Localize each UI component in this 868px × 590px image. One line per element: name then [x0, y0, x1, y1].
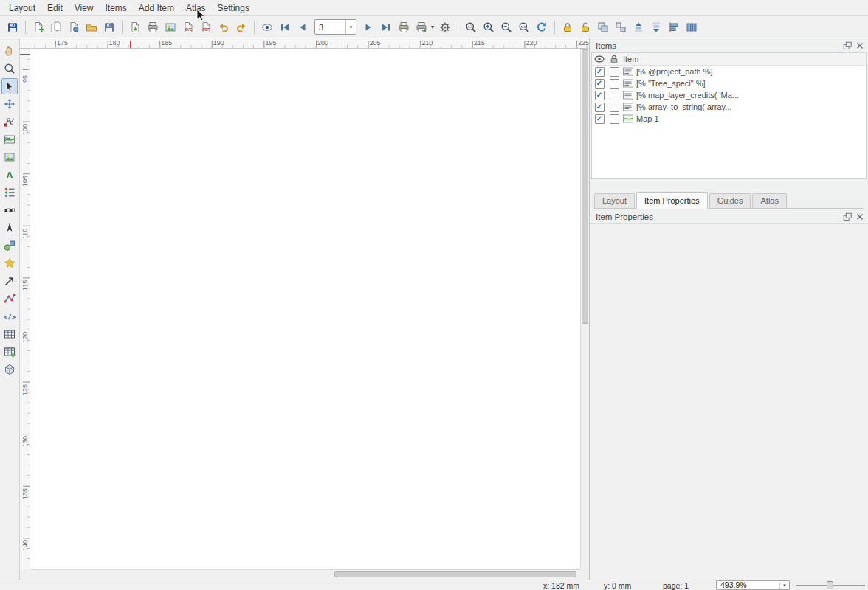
unlock-all-items-button[interactable]	[576, 18, 594, 36]
save-project-button[interactable]	[4, 18, 21, 36]
add-picture-tool[interactable]	[1, 149, 18, 165]
add-attribute-table-tool[interactable]	[1, 326, 18, 342]
tab-guides[interactable]: Guides	[709, 193, 751, 208]
atlas-feature-input[interactable]	[315, 22, 345, 32]
lock-checkbox[interactable]	[610, 91, 619, 100]
menu-add-item[interactable]: Add Item	[133, 1, 180, 15]
items-panel-close-icon[interactable]	[855, 41, 865, 51]
menu-items[interactable]: Items	[100, 1, 133, 15]
raise-selected-items-button[interactable]	[630, 18, 647, 36]
add-html-tool[interactable]: </>	[1, 308, 18, 324]
add-fixed-table-tool[interactable]	[1, 344, 18, 360]
export-pdf-button[interactable]: PDF	[197, 18, 215, 36]
export-atlas-button[interactable]	[413, 18, 430, 36]
lock-checkbox[interactable]	[610, 103, 619, 112]
group-items-button[interactable]	[594, 18, 612, 36]
visibility-checkbox[interactable]: ✓	[595, 103, 604, 112]
item-properties-float-icon[interactable]	[842, 212, 852, 222]
load-from-template-button[interactable]	[83, 18, 100, 36]
tab-layout[interactable]: Layout	[594, 193, 635, 208]
atlas-settings-button[interactable]	[436, 18, 454, 36]
add-items-from-template-button[interactable]	[126, 18, 144, 36]
tab-atlas[interactable]: Atlas	[752, 193, 786, 208]
vertical-scrollbar[interactable]	[580, 49, 589, 569]
visibility-checkbox[interactable]: ✓	[595, 67, 604, 77]
label-item-icon	[621, 66, 635, 77]
ruler-label: 140	[21, 540, 29, 551]
zoom-actual-button[interactable]: 1:1	[515, 18, 533, 36]
menu-edit[interactable]: Edit	[41, 1, 69, 15]
layout-canvas-page[interactable]	[30, 49, 580, 569]
previous-feature-button[interactable]	[294, 18, 311, 36]
pan-layout-tool[interactable]	[1, 43, 18, 59]
zoom-slider-handle[interactable]	[827, 581, 833, 589]
items-tree-row[interactable]: ✓[% array_to_string( array...	[592, 101, 866, 113]
lock-checkbox[interactable]	[610, 114, 619, 124]
redo-button[interactable]	[232, 18, 250, 36]
save-as-template-button[interactable]	[100, 18, 118, 36]
items-tree-row[interactable]: ✓Map 1	[592, 113, 866, 125]
add-legend-tool[interactable]	[1, 184, 18, 201]
vertical-scrollbar-thumb[interactable]	[582, 49, 588, 324]
move-item-content-tool[interactable]	[1, 96, 18, 112]
tab-item-properties[interactable]: Item Properties	[636, 192, 708, 209]
visibility-checkbox[interactable]: ✓	[595, 91, 604, 100]
export-svg-button[interactable]: SVG	[179, 18, 197, 36]
add-shape-tool[interactable]	[1, 237, 18, 254]
lock-selected-items-button[interactable]	[559, 18, 576, 36]
zoom-level-combo[interactable]: 493.9% ▾	[716, 580, 790, 590]
toolbar-separator	[25, 21, 26, 34]
items-tree-row[interactable]: ✓[% @project_path %]	[592, 66, 866, 77]
select-move-item-tool[interactable]	[1, 78, 18, 94]
visibility-checkbox[interactable]: ✓	[595, 114, 604, 124]
svg-text:SVG: SVG	[185, 27, 193, 31]
new-layout-button[interactable]	[30, 18, 47, 36]
undo-button[interactable]	[215, 18, 232, 36]
distribute-selected-items-button[interactable]	[683, 18, 700, 36]
zoom-in-button[interactable]	[480, 18, 497, 36]
add-arrow-tool[interactable]	[1, 273, 18, 289]
print-layout-button[interactable]	[144, 18, 162, 36]
items-panel-float-icon[interactable]	[842, 41, 852, 51]
export-atlas-dropdown[interactable]: ▾	[429, 24, 436, 30]
add-3d-map-tool[interactable]	[1, 361, 18, 378]
add-scalebar-tool[interactable]	[1, 202, 18, 218]
edit-nodes-item-tool[interactable]	[1, 114, 18, 130]
menu-layout[interactable]: Layout	[3, 1, 41, 15]
lower-selected-items-button[interactable]	[647, 18, 665, 36]
item-properties-close-icon[interactable]	[855, 212, 865, 222]
menu-atlas[interactable]: Atlas	[180, 1, 212, 15]
zoom-out-button[interactable]	[497, 18, 515, 36]
menu-settings[interactable]: Settings	[212, 1, 255, 15]
zoom-full-button[interactable]	[462, 18, 480, 36]
preview-atlas-button[interactable]	[258, 18, 276, 36]
horizontal-scrollbar-thumb[interactable]	[334, 571, 576, 577]
add-label-tool[interactable]: A	[1, 167, 18, 183]
group-items-icon	[597, 21, 609, 33]
ungroup-items-button[interactable]	[612, 18, 630, 36]
add-north-arrow-tool[interactable]	[1, 220, 18, 236]
chevron-down-icon[interactable]: ▾	[345, 20, 356, 34]
last-feature-button[interactable]	[377, 18, 395, 36]
export-image-button[interactable]	[162, 18, 179, 36]
refresh-view-button[interactable]	[533, 18, 551, 36]
layout-manager-button[interactable]	[65, 18, 83, 36]
add-node-item-tool[interactable]	[1, 291, 18, 307]
menu-view[interactable]: View	[69, 1, 100, 15]
items-tree-row[interactable]: ✓[% map_layer_credits( 'Ma...	[592, 89, 866, 101]
zoom-slider[interactable]	[796, 580, 865, 590]
lock-checkbox[interactable]	[610, 79, 619, 88]
zoom-tool-tool[interactable]	[1, 60, 18, 77]
atlas-feature-spinbox[interactable]: ▾	[314, 19, 356, 35]
next-feature-button[interactable]	[359, 18, 377, 36]
visibility-checkbox[interactable]: ✓	[595, 79, 604, 88]
items-tree-row[interactable]: ✓[% "Tree_speci" %]	[592, 77, 866, 89]
align-selected-items-button[interactable]	[665, 18, 683, 36]
lock-checkbox[interactable]	[610, 67, 619, 77]
horizontal-scrollbar[interactable]	[30, 569, 580, 578]
add-marker-tool[interactable]	[1, 255, 18, 271]
duplicate-layout-button[interactable]	[47, 18, 65, 36]
first-feature-button[interactable]	[276, 18, 294, 36]
print-atlas-button[interactable]	[395, 18, 413, 36]
add-map-tool[interactable]	[1, 131, 18, 148]
